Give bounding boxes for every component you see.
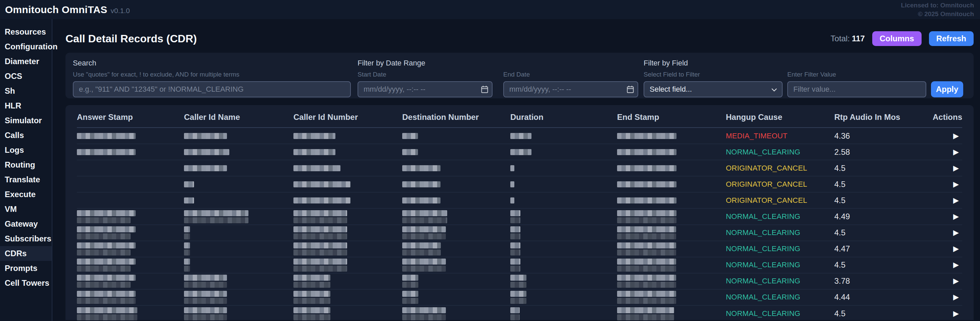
- filter-value-input[interactable]: [787, 81, 926, 97]
- redacted-block: [184, 165, 227, 171]
- redacted-block: [617, 210, 676, 216]
- redacted-block: [402, 226, 446, 232]
- redacted-block: [402, 265, 446, 272]
- hangup-cause: NORMAL_CLEARING: [726, 309, 834, 318]
- app-version: v0.1.0: [111, 7, 130, 15]
- sidebar-item-prompts[interactable]: Prompts: [0, 261, 52, 276]
- redacted-cell-caller_number: [293, 291, 402, 304]
- sidebar-item-cell-towers[interactable]: Cell Towers: [0, 276, 52, 291]
- rtp-audio-in-mos: 2.58: [834, 148, 915, 157]
- redacted-block: [77, 314, 137, 320]
- redacted-block: [402, 210, 447, 216]
- redacted-cell-caller_number: [293, 259, 402, 272]
- redacted-block: [510, 165, 514, 171]
- sidebar-item-configuration[interactable]: Configuration: [0, 39, 52, 54]
- play-button[interactable]: ▶: [953, 277, 959, 285]
- sidebar-item-resources[interactable]: Resources: [0, 24, 52, 39]
- sidebar-item-cdrs[interactable]: CDRs: [0, 246, 52, 261]
- redacted-cell-answer: [77, 259, 184, 272]
- sidebar-item-hlr[interactable]: HLR: [0, 99, 52, 113]
- sidebar-item-ocs[interactable]: OCS: [0, 69, 52, 84]
- rtp-audio-in-mos: 4.49: [834, 212, 915, 221]
- sidebar-item-translate[interactable]: Translate: [0, 172, 52, 187]
- redacted-cell-caller_name: [184, 259, 293, 272]
- sidebar-item-diameter[interactable]: Diameter: [0, 54, 52, 69]
- play-button[interactable]: ▶: [953, 212, 959, 221]
- redacted-cell-end: [617, 242, 726, 256]
- search-input[interactable]: [73, 81, 351, 97]
- redacted-block: [617, 133, 676, 139]
- redacted-block: [77, 259, 136, 265]
- hangup-cause: NORMAL_CLEARING: [726, 245, 834, 253]
- sidebar-item-logs[interactable]: Logs: [0, 143, 52, 157]
- play-button[interactable]: ▶: [953, 245, 959, 253]
- sidebar: ResourcesConfigurationDiameterOCSShHLRSi…: [0, 19, 52, 321]
- end-date-input[interactable]: [503, 81, 638, 97]
- sidebar-item-execute[interactable]: Execute: [0, 187, 52, 202]
- redacted-block: [293, 226, 347, 232]
- redacted-block: [402, 259, 446, 265]
- redacted-cell-caller_number: [293, 133, 402, 139]
- sidebar-item-sh[interactable]: Sh: [0, 84, 52, 99]
- play-button[interactable]: ▶: [953, 196, 959, 205]
- redacted-block: [402, 282, 418, 288]
- play-button[interactable]: ▶: [953, 148, 959, 156]
- redacted-cell-duration: [510, 275, 617, 288]
- redacted-block: [293, 197, 350, 203]
- redacted-block: [77, 249, 130, 256]
- actions-cell: ▶: [915, 277, 962, 285]
- start-date-input[interactable]: [358, 81, 493, 97]
- redacted-cell-answer: [77, 133, 184, 139]
- refresh-button[interactable]: Refresh: [929, 31, 974, 46]
- column-header-caller-id-number: Caller Id Number: [293, 113, 402, 122]
- actions-cell: ▶: [915, 294, 962, 301]
- redacted-block: [184, 234, 190, 239]
- redacted-cell-destination: [402, 291, 510, 304]
- sidebar-item-vm[interactable]: VM: [0, 202, 52, 216]
- redacted-cell-duration: [510, 226, 617, 239]
- play-button[interactable]: ▶: [953, 228, 959, 237]
- redacted-block: [617, 298, 676, 304]
- columns-button[interactable]: Columns: [872, 31, 921, 46]
- play-button[interactable]: ▶: [953, 261, 959, 269]
- play-button[interactable]: ▶: [953, 132, 959, 140]
- redacted-block: [184, 249, 190, 256]
- redacted-block: [617, 217, 676, 223]
- sidebar-item-routing[interactable]: Routing: [0, 157, 52, 172]
- redacted-block: [617, 165, 676, 171]
- sidebar-item-gateway[interactable]: Gateway: [0, 216, 52, 231]
- redacted-cell-destination: [402, 242, 510, 256]
- main-content: Call Detail Records (CDR) Total:117 Colu…: [52, 19, 980, 321]
- redacted-block: [293, 234, 347, 239]
- redacted-cell-end: [617, 181, 726, 188]
- hangup-cause: ORIGINATOR_CANCEL: [726, 180, 834, 189]
- sidebar-item-calls[interactable]: Calls: [0, 128, 52, 143]
- sidebar-item-subscribers[interactable]: Subscribers: [0, 231, 52, 246]
- sidebar-item-simulator[interactable]: Simulator: [0, 113, 52, 128]
- calendar-icon[interactable]: [627, 86, 634, 95]
- redacted-block: [510, 249, 520, 256]
- field-select[interactable]: Select field...: [644, 81, 783, 97]
- table-row: ORIGINATOR_CANCEL4.5▶: [77, 192, 962, 208]
- redacted-block: [184, 298, 227, 304]
- play-button[interactable]: ▶: [953, 293, 959, 301]
- cdr-table: Answer StampCaller Id NameCaller Id Numb…: [65, 105, 974, 320]
- calendar-icon[interactable]: [481, 86, 488, 95]
- redacted-block: [293, 149, 336, 155]
- play-button[interactable]: ▶: [953, 180, 959, 188]
- start-date-label: Start Date: [358, 71, 493, 78]
- play-button[interactable]: ▶: [953, 309, 959, 318]
- redacted-block: [510, 275, 527, 281]
- play-button[interactable]: ▶: [953, 164, 959, 172]
- redacted-block: [617, 181, 676, 188]
- apply-button[interactable]: Apply: [931, 81, 963, 97]
- redacted-block: [184, 291, 227, 297]
- redacted-cell-end: [617, 259, 726, 272]
- redacted-block: [402, 307, 446, 313]
- redacted-cell-end: [617, 226, 726, 239]
- redacted-cell-caller_number: [293, 149, 402, 155]
- redacted-cell-caller_name: [184, 210, 293, 223]
- redacted-block: [617, 282, 676, 288]
- redacted-block: [510, 133, 531, 139]
- redacted-cell-caller_name: [184, 226, 293, 239]
